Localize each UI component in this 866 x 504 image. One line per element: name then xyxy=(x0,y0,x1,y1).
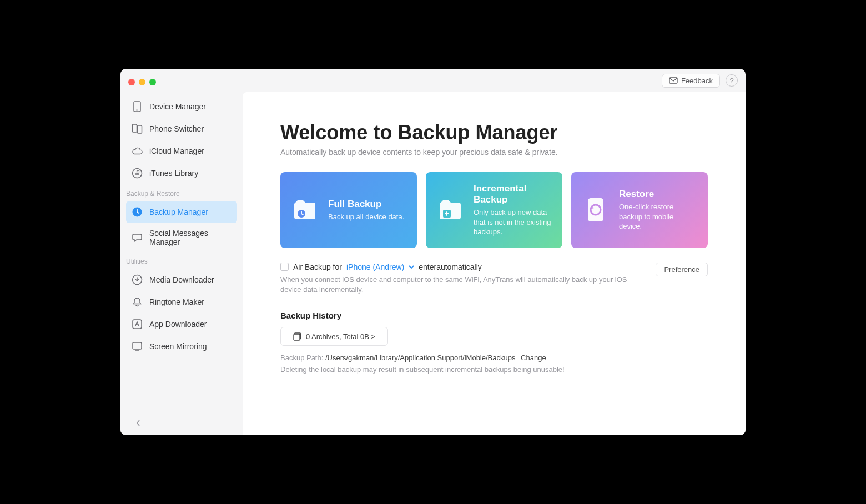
sidebar-item-label: iTunes Library xyxy=(149,169,198,178)
preference-label: Preference xyxy=(664,265,699,274)
topbar: Feedback ? xyxy=(243,69,746,92)
sidebar-item-label: Social Messages Manager xyxy=(149,229,231,246)
sidebar-item-screen-mirroring[interactable]: Screen Mirroring xyxy=(126,335,237,357)
incremental-backup-card[interactable]: Incremental Backup Only back up new data… xyxy=(426,172,562,248)
window-controls xyxy=(120,74,243,95)
switch-icon xyxy=(132,123,143,134)
sidebar-item-media-downloader[interactable]: Media Downloader xyxy=(126,269,237,291)
preference-button[interactable]: Preference xyxy=(656,263,708,276)
air-backup-row: Air Backup for iPhone (Andrew) enterauto… xyxy=(280,263,708,296)
change-path-link[interactable]: Change xyxy=(521,354,546,362)
history-title: Backup History xyxy=(280,311,708,320)
maximize-window-button[interactable] xyxy=(149,79,156,85)
collapse-sidebar-button[interactable] xyxy=(133,417,144,429)
card-title: Restore xyxy=(619,189,697,200)
app-icon xyxy=(132,319,143,330)
path-value: /Users/gakman/Library/Application Suppor… xyxy=(325,354,516,362)
restore-card[interactable]: Restore One-click restore backup to mobi… xyxy=(571,172,708,248)
folder-clock-icon xyxy=(291,196,318,223)
card-desc: One-click restore backup to mobile devic… xyxy=(619,202,697,231)
download-icon xyxy=(132,274,143,285)
svg-rect-2 xyxy=(133,124,137,132)
sidebar-section-utilities: Utilities xyxy=(120,252,243,269)
warning-text: Deleting the local backup may result in … xyxy=(280,365,708,374)
clock-icon xyxy=(132,206,143,218)
nav-utilities-group: Media Downloader Ringtone Maker App Down… xyxy=(120,269,243,357)
sidebar-item-label: Screen Mirroring xyxy=(149,342,207,351)
phone-icon xyxy=(132,101,143,112)
sidebar-item-label: Device Manager xyxy=(149,102,206,111)
card-text: Restore One-click restore backup to mobi… xyxy=(619,189,697,231)
sidebar-item-label: Phone Switcher xyxy=(149,124,204,133)
card-desc: Back up all device data. xyxy=(328,212,404,222)
sidebar-item-label: App Downloader xyxy=(149,320,207,329)
card-title: Incremental Backup xyxy=(474,183,551,205)
page-subtitle: Automatically back up device contents to… xyxy=(280,148,708,157)
svg-rect-8 xyxy=(133,342,142,349)
svg-rect-3 xyxy=(138,125,142,133)
sidebar-item-social-messages[interactable]: Social Messages Manager xyxy=(126,223,237,252)
sidebar-item-itunes-library[interactable]: iTunes Library xyxy=(126,162,237,184)
card-text: Full Backup Back up all device data. xyxy=(328,199,404,222)
air-backup-checkbox[interactable] xyxy=(280,263,289,271)
full-backup-card[interactable]: Full Backup Back up all device data. xyxy=(280,172,417,248)
card-title: Full Backup xyxy=(328,199,404,210)
air-backup-description: When you connect iOS device and computer… xyxy=(280,275,636,296)
sidebar-item-device-manager[interactable]: Device Manager xyxy=(126,95,237,118)
mirror-icon xyxy=(132,341,143,352)
help-button[interactable]: ? xyxy=(726,74,738,87)
backup-path-row: Backup Path: /Users/gakman/Library/Appli… xyxy=(280,354,708,362)
app-window: Device Manager Phone Switcher iCloud Man… xyxy=(120,69,746,435)
chat-icon xyxy=(132,232,143,243)
sidebar-item-backup-manager[interactable]: Backup Manager xyxy=(126,201,237,223)
main-content: Welcome to Backup Manager Automatically … xyxy=(243,92,746,435)
air-backup-text: Air Backup for iPhone (Andrew) enterauto… xyxy=(280,263,647,296)
archive-label: 0 Archives, Total 0B > xyxy=(306,332,375,341)
sidebar-item-label: Media Downloader xyxy=(149,275,214,284)
chevron-down-icon[interactable] xyxy=(409,265,414,269)
sidebar-item-ringtone-maker[interactable]: Ringtone Maker xyxy=(126,291,237,313)
air-prefix: Air Backup for xyxy=(293,263,342,271)
bell-icon xyxy=(132,296,143,308)
folder-plus-icon xyxy=(437,196,464,223)
content-area: Feedback ? Welcome to Backup Manager Aut… xyxy=(243,69,746,435)
close-window-button[interactable] xyxy=(128,79,135,85)
sidebar-item-phone-switcher[interactable]: Phone Switcher xyxy=(126,118,237,140)
mail-icon xyxy=(669,77,678,84)
air-backup-line: Air Backup for iPhone (Andrew) enterauto… xyxy=(280,263,647,271)
svg-rect-16 xyxy=(294,334,300,340)
device-name: iPhone (Andrew) xyxy=(346,263,404,271)
nav-main-group: Device Manager Phone Switcher iCloud Man… xyxy=(120,95,243,184)
card-desc: Only back up new data that is not in the… xyxy=(474,208,551,237)
feedback-label: Feedback xyxy=(681,77,713,85)
sidebar: Device Manager Phone Switcher iCloud Man… xyxy=(120,69,243,435)
device-selector[interactable]: iPhone (Andrew) xyxy=(346,263,404,271)
action-cards: Full Backup Back up all device data. Inc… xyxy=(280,172,708,248)
air-suffix: enterautomatically xyxy=(419,263,482,271)
archive-button[interactable]: 0 Archives, Total 0B > xyxy=(280,327,388,346)
card-text: Incremental Backup Only back up new data… xyxy=(474,183,551,237)
feedback-button[interactable]: Feedback xyxy=(662,74,720,88)
music-icon xyxy=(132,168,143,179)
sidebar-section-backup: Backup & Restore xyxy=(120,184,243,201)
page-title: Welcome to Backup Manager xyxy=(280,121,708,144)
sidebar-item-label: Backup Manager xyxy=(149,208,208,216)
nav-backup-group: Backup Manager Social Messages Manager xyxy=(120,201,243,252)
help-label: ? xyxy=(729,77,733,85)
sidebar-item-label: iCloud Manager xyxy=(149,147,204,155)
path-label: Backup Path: xyxy=(280,354,325,362)
sidebar-item-label: Ringtone Maker xyxy=(149,298,204,306)
sidebar-item-app-downloader[interactable]: App Downloader xyxy=(126,313,237,335)
cloud-icon xyxy=(132,145,143,157)
minimize-window-button[interactable] xyxy=(139,79,145,85)
archive-icon xyxy=(293,332,302,341)
phone-restore-icon xyxy=(582,196,609,223)
sidebar-item-icloud-manager[interactable]: iCloud Manager xyxy=(126,140,237,162)
